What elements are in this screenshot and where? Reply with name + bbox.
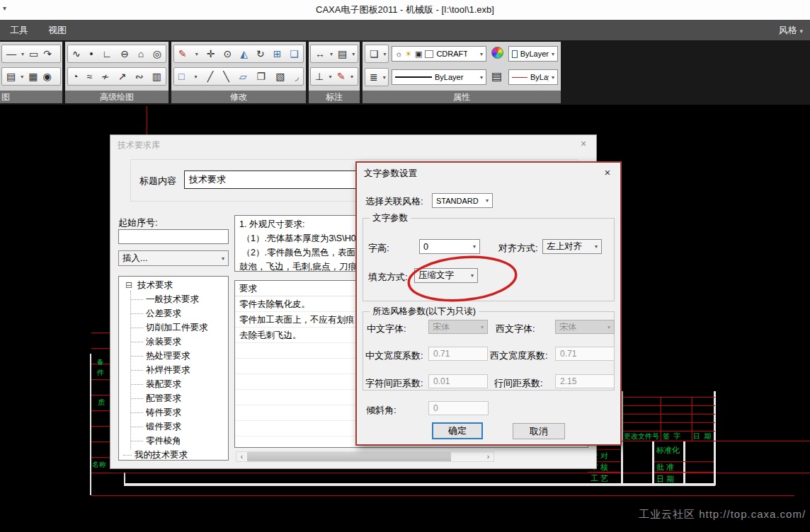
dropdown-icon[interactable]: ▾ xyxy=(195,51,198,57)
arc-icon[interactable]: ↷ xyxy=(43,49,52,59)
quick-access-overflow-icon[interactable]: ▾ xyxy=(3,4,6,12)
break-line-icon[interactable]: ≁ xyxy=(101,71,110,81)
tree-item[interactable]: 锻件要求 xyxy=(119,420,228,434)
tangent-circle-icon[interactable]: ◎ xyxy=(153,49,161,59)
menu-style[interactable]: 风格 ▾ xyxy=(779,24,803,37)
region-icon[interactable]: ◉ xyxy=(42,71,51,81)
tree-item[interactable]: 一般技术要求 xyxy=(119,292,228,306)
start-number-input[interactable] xyxy=(118,229,229,244)
scrollbar-thumb[interactable] xyxy=(247,452,451,461)
tree-item[interactable]: 配管要求 xyxy=(119,391,228,405)
dropdown-icon[interactable]: ▾ xyxy=(352,51,355,57)
dropdown-icon[interactable]: ▾ xyxy=(21,51,24,57)
pie-icon[interactable]: ◔ xyxy=(72,71,78,81)
tree-collapse-icon[interactable]: ⊟ xyxy=(125,278,132,292)
explode-icon[interactable]: ❐ xyxy=(257,71,266,81)
color-combo[interactable]: ByLayer ▾ xyxy=(508,46,558,62)
tree-root-item[interactable]: ⊟技术要求 xyxy=(119,278,228,292)
cad-line xyxy=(91,426,110,427)
dimension-icon[interactable]: ↔ xyxy=(315,49,325,59)
tree-item[interactable]: 切削加工件要求 xyxy=(119,320,228,335)
tree-item[interactable]: 涂装要求 xyxy=(119,335,228,349)
scroll-left-icon[interactable]: ‹ xyxy=(236,452,247,461)
style-select-dropdown[interactable]: STANDARD ▾ xyxy=(432,193,493,208)
tree-item[interactable]: 补焊件要求 xyxy=(119,363,228,377)
scroll-right-icon[interactable]: › xyxy=(483,452,494,461)
leader-icon[interactable]: ▤ xyxy=(338,49,347,59)
chevron-down-icon: ▾ xyxy=(222,255,224,262)
select-icon[interactable]: □ xyxy=(178,71,184,81)
tree-item[interactable]: 我的技术要求 xyxy=(119,448,228,461)
fillet-icon[interactable]: ◞ xyxy=(295,71,298,81)
dropdown-icon[interactable]: ▾ xyxy=(350,74,353,80)
char-height-dropdown[interactable]: 0 ▾ xyxy=(419,239,480,254)
cad-line xyxy=(91,441,110,442)
polygon-icon[interactable]: ⌂ xyxy=(138,49,144,59)
dropdown-icon[interactable]: ▾ xyxy=(329,74,332,80)
axis-icon[interactable]: ∟ xyxy=(102,49,112,59)
dropdown-icon[interactable]: ▾ xyxy=(195,74,198,80)
solid-icon[interactable]: ▥ xyxy=(152,71,161,81)
extend-icon[interactable]: ╲ xyxy=(223,71,229,81)
advanced-toolbar-row2: ◔ ≈ ≁ ↗ ∾ ▥ xyxy=(67,67,166,86)
spline-icon[interactable]: ∿ xyxy=(72,49,81,59)
menu-view[interactable]: 视图 xyxy=(38,20,76,40)
mirror-icon[interactable]: ◭ xyxy=(240,49,248,59)
en-font-dropdown: 宋体 ▾ xyxy=(555,320,615,334)
title-block-label: 日 期 xyxy=(693,432,712,441)
menu-tools[interactable]: 工具 xyxy=(0,20,38,40)
block-icon[interactable]: ▤ xyxy=(6,71,16,81)
align-dropdown[interactable]: 左上对齐 ▾ xyxy=(542,239,602,254)
offset-icon[interactable]: ❏ xyxy=(290,49,299,59)
requirements-tree[interactable]: ⊟技术要求 一般技术要求 公差要求 切削加工件要求 涂装要求 热处理要求 补焊件… xyxy=(118,276,229,461)
insert-dropdown[interactable]: 插入... ▾ xyxy=(118,250,229,266)
cad-line xyxy=(91,379,110,380)
tree-item[interactable]: 铸件要求 xyxy=(119,405,228,420)
erase-icon[interactable]: ✎ xyxy=(178,49,187,59)
ribbon: — ▾ ▭ ↷ ▤ ▾ ▦ ◉ 图 ∿ • ∟ ⊖ ⌂ ◎ ◔ ≈ ≁ ↗ ∾ … xyxy=(0,40,810,105)
tree-item[interactable]: 装配要求 xyxy=(119,377,228,391)
dropdown-icon[interactable]: ▾ xyxy=(330,51,333,57)
hatch-icon[interactable]: ▦ xyxy=(28,71,38,81)
dropdown-icon[interactable]: ▾ xyxy=(383,74,386,81)
linestyle-combo[interactable]: ByLayer ▾ xyxy=(508,69,558,85)
window-titlebar[interactable]: ▾ CAXA电子图板2011 - 机械版 - [I:\tool\1.exb] xyxy=(0,0,810,20)
layer-combo[interactable]: ☼ ☀ ▣ CDRAFT ▾ xyxy=(392,46,486,62)
linetype-combo[interactable]: ByLayer ▾ xyxy=(392,69,486,85)
move-icon[interactable]: ✛ xyxy=(207,49,215,59)
edit-text-icon[interactable]: ✎ xyxy=(337,71,346,81)
fill-mode-dropdown[interactable]: 压缩文字 ▾ xyxy=(414,268,478,283)
style-params-group-label: 所选风格参数(以下为只读) xyxy=(370,306,479,318)
layers-icon[interactable]: ❏ xyxy=(370,49,379,59)
hatch-style-button[interactable]: ▤ xyxy=(491,70,502,83)
ok-button[interactable]: 确定 xyxy=(432,422,483,439)
line-icon[interactable]: — xyxy=(6,49,16,59)
horizontal-scrollbar[interactable]: ‹ › xyxy=(236,451,494,462)
dropdown-icon[interactable]: ▾ xyxy=(384,51,387,57)
array-icon[interactable]: ⊞ xyxy=(273,49,282,59)
ellipse-icon[interactable]: ⊖ xyxy=(120,49,129,59)
close-icon[interactable]: × xyxy=(600,166,615,178)
rotate-icon[interactable]: ↻ xyxy=(256,49,265,59)
pointer-icon[interactable]: ↗ xyxy=(118,71,127,81)
tree-item[interactable]: 热处理要求 xyxy=(119,349,228,363)
point-icon[interactable]: • xyxy=(89,49,93,59)
color-wheel-button[interactable] xyxy=(491,47,503,59)
dropdown-icon[interactable]: ▾ xyxy=(21,74,23,80)
datum-icon[interactable]: ⊥ xyxy=(315,71,324,81)
rotate-copy-icon[interactable]: ⊙ xyxy=(223,49,232,59)
cancel-button[interactable]: 取消 xyxy=(513,423,565,439)
menu-style-label: 风格 xyxy=(779,25,797,35)
wave-line-icon[interactable]: ≈ xyxy=(87,71,93,81)
close-icon[interactable]: × xyxy=(576,138,591,149)
contour-icon[interactable]: ∾ xyxy=(135,71,144,81)
line-width-icon[interactable]: ≣ xyxy=(370,72,378,82)
printer-icon: ▣ xyxy=(415,49,422,59)
stretch-icon[interactable]: ▱ xyxy=(239,71,247,81)
tree-item[interactable]: 零件棱角 xyxy=(119,434,228,448)
trim-icon[interactable]: ╱ xyxy=(207,71,213,81)
rectangle-icon[interactable]: ▭ xyxy=(29,49,38,59)
tree-item[interactable]: 公差要求 xyxy=(119,306,228,320)
iso-view-icon[interactable]: ▧ xyxy=(275,71,285,81)
ribbon-group-advanced-draw: ∿ • ∟ ⊖ ⌂ ◎ ◔ ≈ ≁ ↗ ∾ ▥ 高级绘图 xyxy=(65,42,169,103)
